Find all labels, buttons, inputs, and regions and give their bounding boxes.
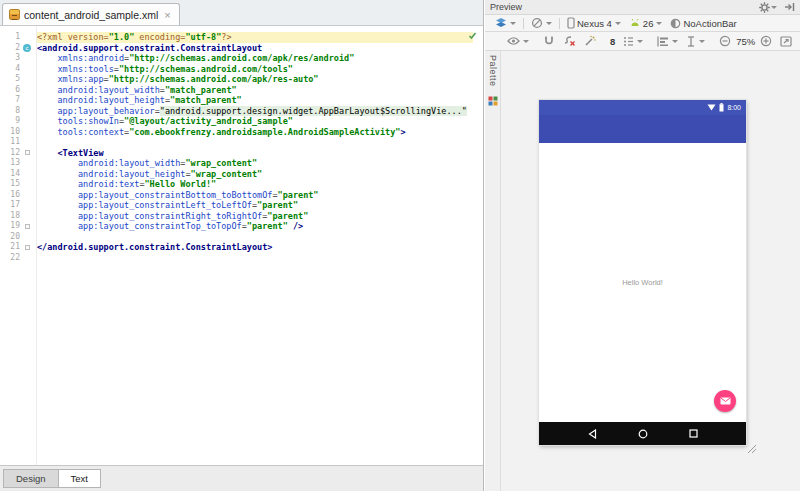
gutter-row[interactable]: 18 — [0, 211, 36, 222]
magnet-icon — [543, 35, 555, 47]
code-line[interactable]: app:layout_constraintBottom_toBottomOf="… — [37, 190, 473, 201]
gutter-row[interactable]: 19 — [0, 221, 36, 232]
default-margin-value[interactable]: 8 — [606, 32, 619, 50]
gutter-row[interactable]: 12 — [0, 148, 36, 159]
gutter-row[interactable]: 21 — [0, 242, 36, 253]
gutter-row[interactable]: 22 — [0, 253, 36, 264]
gutter-row[interactable]: 1 — [0, 32, 36, 43]
android-icon — [629, 18, 641, 28]
battery-icon — [719, 103, 724, 112]
gutter-row[interactable]: 6 — [0, 85, 36, 96]
fold-marker-icon — [25, 245, 30, 250]
zoom-in-button[interactable] — [756, 32, 776, 50]
preview-config-toolbar: Nexus 4 26 NoActionBar — [485, 15, 800, 32]
autoconnect-button[interactable] — [539, 32, 559, 50]
code-line[interactable]: xmlns:android="http://schemas.android.co… — [37, 53, 473, 64]
code-line[interactable]: app:layout_behavior="android.support.des… — [37, 106, 473, 117]
pan-button[interactable] — [796, 32, 800, 50]
zoom-out-button[interactable] — [715, 32, 735, 50]
theme-selector[interactable]: NoActionBar — [666, 15, 740, 31]
gutter-row[interactable]: 5 — [0, 74, 36, 85]
code-line[interactable]: xmlns:app="http://schemas.android.com/ap… — [37, 74, 473, 85]
resize-handle[interactable] — [748, 439, 756, 457]
code-line[interactable]: <?xml version="1.0" encoding="utf-8"?> — [37, 32, 473, 43]
gutter-row[interactable]: 13 — [0, 158, 36, 169]
preview-title: Preview — [490, 2, 759, 12]
editor-tab-content-android-sample[interactable]: content_android_sample.xml × — [2, 3, 180, 25]
code-line[interactable] — [37, 232, 473, 243]
orientation-button[interactable] — [527, 15, 556, 31]
gutter-row[interactable]: 4 — [0, 64, 36, 75]
clear-constraints-icon — [563, 35, 576, 47]
code-editor[interactable]: 12c345678910111213141516171819202122 <?x… — [0, 26, 483, 465]
margins-button[interactable] — [619, 32, 647, 50]
gutter-row[interactable]: 11 — [0, 137, 36, 148]
tab-design[interactable]: Design — [3, 469, 59, 488]
phone-icon — [567, 17, 575, 29]
code-line[interactable]: <TextView — [37, 148, 473, 159]
code-line[interactable]: android:layout_height="wrap_content" — [37, 169, 473, 180]
code-line[interactable] — [37, 137, 473, 148]
code-line[interactable]: </android.support.constraint.ConstraintL… — [37, 242, 473, 253]
code-line[interactable] — [37, 253, 473, 264]
infer-constraints-icon — [584, 35, 596, 47]
editor-mode-tabs: Design Text — [0, 465, 483, 491]
device-selector-label: Nexus 4 — [577, 18, 612, 29]
api-level-selector[interactable]: 26 — [625, 15, 667, 31]
code-line[interactable]: app:layout_constraintRight_toRightOf="pa… — [37, 211, 473, 222]
margins-icon — [623, 36, 634, 47]
gutter-row[interactable]: 3 — [0, 53, 36, 64]
zoom-to-fit-button[interactable] — [776, 32, 796, 50]
align-icon — [657, 36, 669, 47]
hello-world-text: Hello World! — [539, 278, 746, 287]
api-level-label: 26 — [643, 18, 654, 29]
gutter-row[interactable]: 17 — [0, 200, 36, 211]
zoom-in-icon — [760, 35, 772, 47]
view-options-button[interactable] — [503, 32, 533, 50]
editor-gutter[interactable]: 12c345678910111213141516171819202122 — [0, 32, 36, 263]
pack-button[interactable] — [682, 32, 709, 50]
device-preview: 8:00 Hello World! — [539, 100, 746, 445]
code-line[interactable]: app:layout_constraintLeft_toLeftOf="pare… — [37, 200, 473, 211]
eye-icon — [507, 36, 520, 46]
code-line[interactable]: android:text="Hello World!" — [37, 179, 473, 190]
clear-constraints-button[interactable] — [559, 32, 580, 50]
theme-selector-label: NoActionBar — [683, 18, 736, 29]
gear-icon[interactable] — [759, 2, 777, 13]
gutter-row[interactable]: 8 — [0, 106, 36, 117]
code-line[interactable]: android:layout_width="wrap_content" — [37, 158, 473, 169]
code-lines[interactable]: <?xml version="1.0" encoding="utf-8"?><a… — [37, 32, 473, 263]
gutter-row[interactable]: 2c — [0, 43, 36, 54]
hide-panel-icon[interactable] — [784, 0, 795, 16]
email-icon — [720, 397, 731, 405]
gutter-row[interactable]: 7 — [0, 95, 36, 106]
close-icon[interactable]: × — [164, 10, 170, 20]
fit-screen-icon — [780, 36, 792, 47]
code-line[interactable]: android:layout_height="match_parent" — [37, 95, 473, 106]
code-line[interactable]: tools:context="com.ebookfrenzy.androidsa… — [37, 127, 473, 138]
status-time: 8:00 — [727, 104, 741, 111]
device-selector[interactable]: Nexus 4 — [563, 15, 625, 31]
code-line[interactable]: tools:showIn="@layout/activity_android_s… — [37, 116, 473, 127]
gutter-row[interactable]: 10 — [0, 127, 36, 138]
gutter-row[interactable]: 9 — [0, 116, 36, 127]
tab-text[interactable]: Text — [59, 469, 101, 488]
gutter-row[interactable]: 15 — [0, 179, 36, 190]
palette-tab[interactable]: Palette — [485, 51, 501, 491]
gutter-row[interactable]: 14 — [0, 169, 36, 180]
code-line[interactable]: <android.support.constraint.ConstraintLa… — [37, 43, 473, 54]
gutter-row[interactable]: 20 — [0, 232, 36, 243]
inspection-ok-icon[interactable] — [468, 31, 477, 43]
code-line[interactable]: app:layout_constraintTop_toTopOf="parent… — [37, 221, 473, 232]
infer-constraints-button[interactable] — [580, 32, 600, 50]
align-button[interactable] — [653, 32, 682, 50]
design-surface-button[interactable] — [491, 15, 520, 31]
pack-icon — [686, 36, 696, 47]
wifi-icon — [707, 104, 716, 111]
gutter-row[interactable]: 16 — [0, 190, 36, 201]
code-line[interactable]: android:layout_width="match_parent" — [37, 85, 473, 96]
xml-file-icon — [9, 9, 20, 20]
code-line[interactable]: xmlns:tools="http://schemas.android.com/… — [37, 64, 473, 75]
preview-canvas[interactable]: 8:00 Hello World! — [501, 51, 800, 491]
home-icon — [638, 429, 648, 439]
